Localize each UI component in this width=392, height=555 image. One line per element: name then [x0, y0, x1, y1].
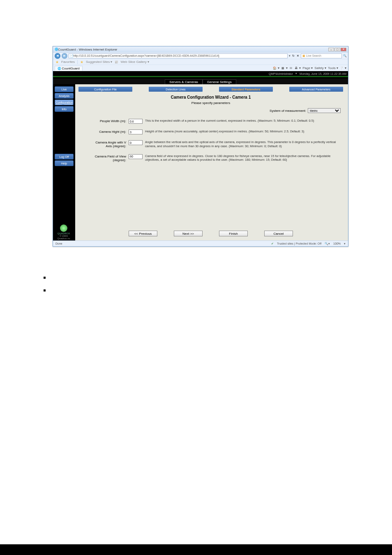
- datetime-label: Monday, June 15, 2009 11:22:35 AM: [300, 72, 346, 75]
- menu-safety[interactable]: Safety ▾: [314, 66, 326, 70]
- print-icon[interactable]: 🖶: [294, 67, 297, 70]
- slice-icon: 📰: [115, 60, 118, 64]
- step-detection-lines[interactable]: Detection Lines: [149, 87, 203, 92]
- shield-icon: ✔: [271, 242, 274, 245]
- param-label: People Width (m):: [89, 119, 126, 123]
- previous-button[interactable]: << Previous: [129, 231, 157, 236]
- search-provider-icon: ▣: [302, 54, 305, 58]
- close-button[interactable]: ✕: [341, 48, 346, 51]
- search-icon[interactable]: 🔍: [343, 54, 346, 58]
- fav-link-suggested[interactable]: Suggested Sites ▾: [86, 60, 112, 64]
- brand-logo: QUADROX © 2009 Quadrox nv: [55, 224, 72, 240]
- menu-page[interactable]: Page ▾: [302, 66, 313, 70]
- sidebar-item-logoff[interactable]: Log Off: [55, 154, 74, 160]
- app-header-bar: QMP\Administrator ▾ Monday, June 15, 200…: [53, 71, 348, 76]
- minimize-button[interactable]: –: [328, 48, 334, 51]
- sidebar-item-configuration[interactable]: Configuration: [55, 99, 74, 105]
- param-people-width: People Width (m): This is the expected w…: [77, 119, 345, 124]
- status-done: Done: [55, 242, 62, 245]
- param-desc: This is the expected width of a person i…: [145, 119, 345, 123]
- star-icon: ★: [80, 60, 83, 64]
- param-camera-angle: Camera Angle with V Axis (degree): Angle…: [77, 140, 345, 148]
- browser-tab[interactable]: 🌐 CountGuard: [55, 66, 83, 71]
- param-camera-height: Camera Hight (m): Height of the camera (…: [77, 130, 345, 134]
- content-area: Live Analysis Configuration Info Log Off…: [53, 84, 348, 240]
- camera-height-input[interactable]: [129, 130, 143, 134]
- status-zone: Trusted sites | Protected Mode: Off: [277, 242, 321, 245]
- wizard-panel: Configuration File Detection Lines Stand…: [75, 84, 348, 240]
- camera-fov-input[interactable]: [129, 154, 143, 159]
- people-width-input[interactable]: [129, 119, 143, 124]
- zoom-level: 100%: [333, 242, 341, 245]
- tab-bar: 🌐 CountGuard 🏠▾ ▦▾ ✉ 🖶▾ Page ▾ Safety ▾ …: [53, 65, 348, 71]
- app-tabs: Servers & Cameras General Settings: [53, 79, 348, 84]
- favorites-bar: ★ Favorites ★ Suggested Sites ▾ 📰 Web Sl…: [53, 59, 348, 65]
- param-label: Camera Angle with V Axis (degree):: [89, 140, 126, 148]
- tab-servers-cameras[interactable]: Servers & Cameras: [165, 79, 203, 84]
- step-standard-params[interactable]: Standard Parameters: [219, 87, 273, 92]
- back-button[interactable]: ◄: [55, 53, 60, 59]
- help-icon[interactable]: ❔: [340, 67, 343, 70]
- wizard-subtitle: Please specify parameters: [77, 101, 345, 105]
- page-footer-bar: [0, 544, 392, 555]
- window-title: CountGuard - Windows Internet Explorer: [58, 48, 118, 51]
- zoom-icon[interactable]: 🔍▾: [325, 242, 330, 245]
- sidebar-item-help[interactable]: Help: [55, 160, 74, 166]
- home-icon[interactable]: 🏠: [273, 67, 276, 70]
- sidebar-item-analysis[interactable]: Analysis: [55, 93, 74, 99]
- param-camera-fov: Camera Field of View (degree): Camera fi…: [77, 154, 345, 162]
- param-label: Camera Field of View (degree):: [89, 154, 126, 162]
- measurement-label: System of measurement:: [270, 109, 306, 113]
- forward-button[interactable]: ►: [62, 53, 67, 59]
- browser-window: 🌐 CountGuard - Windows Internet Explorer…: [53, 46, 348, 247]
- wizard-title: Camera Configuration Wizard - Camera 1: [77, 95, 345, 99]
- search-input[interactable]: ▣ Live Search: [301, 53, 342, 58]
- tab-favicon: 🌐: [58, 67, 61, 70]
- tab-general-settings[interactable]: General Settings: [203, 79, 236, 84]
- finish-button[interactable]: Finish: [219, 231, 248, 236]
- status-bar: Done ✔ Trusted sites | Protected Mode: O…: [53, 240, 348, 246]
- wizard-buttons: << Previous Next >> Finish Cancel: [77, 228, 345, 237]
- stop-icon[interactable]: ✕: [296, 54, 300, 58]
- favorites-star-icon[interactable]: ★: [55, 60, 59, 64]
- bullet-icon: [44, 289, 46, 291]
- feed-icon[interactable]: ▦: [281, 67, 284, 70]
- window-titlebar: 🌐 CountGuard - Windows Internet Explorer…: [53, 46, 348, 52]
- param-label: Camera Hight (m):: [89, 130, 126, 134]
- step-config-file[interactable]: Configuration File: [78, 87, 132, 92]
- sidebar-item-info[interactable]: Info: [55, 106, 74, 112]
- page-icon: 📄: [70, 54, 73, 58]
- address-bar-row: ◄ ► 📄 http://10.0.10.51/countguard/Camer…: [53, 52, 348, 59]
- menu-tools[interactable]: Tools ▾: [328, 66, 338, 70]
- maximize-button[interactable]: □: [334, 48, 340, 51]
- wizard-steps: Configuration File Detection Lines Stand…: [77, 86, 345, 92]
- mail-icon[interactable]: ✉: [289, 67, 293, 70]
- cancel-button[interactable]: Cancel: [264, 231, 293, 236]
- sidebar: Live Analysis Configuration Info Log Off…: [53, 84, 75, 240]
- user-label: QMP\Administrator: [269, 72, 293, 75]
- param-desc: Camera field of view expressed in degree…: [145, 154, 345, 162]
- next-button[interactable]: Next >>: [174, 231, 203, 236]
- camera-angle-input[interactable]: [129, 140, 143, 145]
- bullet-icon: [44, 277, 46, 279]
- favorites-label: Favorites: [61, 60, 75, 64]
- address-input[interactable]: 📄 http://10.0.10.51/countguard/CameraCon…: [69, 53, 288, 58]
- measurement-select[interactable]: Metric: [308, 108, 341, 113]
- refresh-icon[interactable]: ↻: [292, 54, 295, 58]
- document-bullets: [44, 277, 46, 302]
- app-icon: 🌐: [55, 48, 58, 51]
- fav-link-gallery[interactable]: Web Slice Gallery ▾: [120, 60, 149, 64]
- measurement-row: System of measurement: Metric: [77, 108, 345, 113]
- param-desc: Angle between the vertical axis and the …: [145, 140, 345, 148]
- step-advanced-params[interactable]: Advanced Parameters: [289, 87, 343, 92]
- param-desc: Height of the camera (more accurately, o…: [145, 130, 345, 134]
- sidebar-item-live[interactable]: Live: [55, 86, 74, 92]
